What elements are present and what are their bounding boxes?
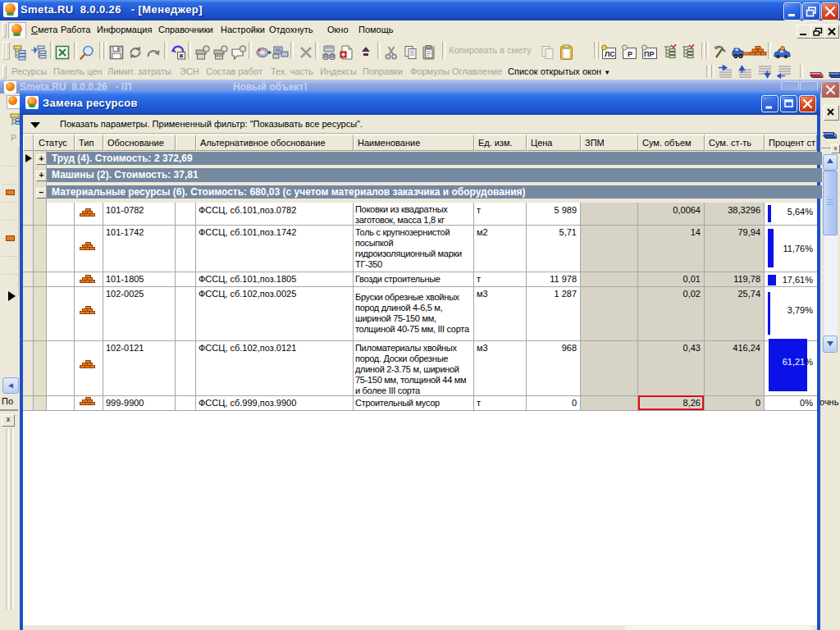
svg-text:Р: Р — [628, 50, 632, 58]
svg-text:ПР: ПР — [644, 50, 654, 58]
svg-text:ЛС: ЛС — [605, 50, 615, 58]
